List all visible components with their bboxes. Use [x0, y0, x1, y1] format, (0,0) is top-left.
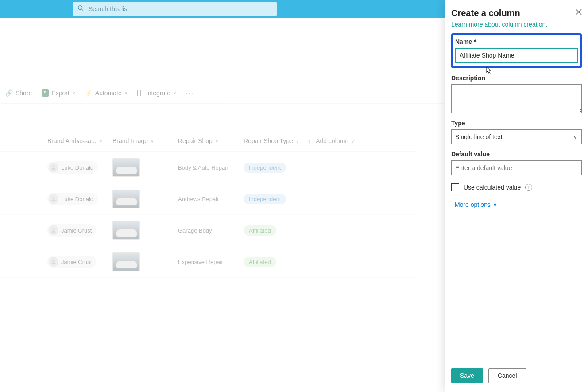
type-selected-value: Single line of text: [455, 133, 503, 140]
svg-line-1: [81, 9, 83, 10]
chevron-down-icon: ∨: [493, 202, 497, 208]
description-textarea[interactable]: [451, 84, 582, 113]
avatar-icon: [49, 257, 58, 267]
default-value-input[interactable]: [451, 160, 582, 175]
table-row[interactable]: Luke DonaldBody & Auto RepairIndependent: [0, 152, 416, 183]
column-repair-shop[interactable]: Repair Shop ∨: [178, 137, 244, 144]
integrate-icon: [137, 90, 143, 96]
save-button[interactable]: Save: [451, 368, 483, 383]
close-button[interactable]: [576, 8, 582, 17]
chevron-down-icon: ∨: [124, 90, 128, 95]
integrate-button[interactable]: Integrate ∨: [137, 89, 176, 97]
type-label: Type: [451, 120, 582, 127]
share-label: Share: [15, 89, 32, 97]
chevron-down-icon: ∨: [573, 134, 577, 140]
person-name: Luke Donald: [61, 164, 93, 171]
column-name-input[interactable]: [455, 48, 578, 63]
chevron-down-icon: ∨: [296, 139, 299, 144]
chevron-down-icon: ∨: [99, 139, 102, 144]
chevron-down-icon: ∨: [72, 90, 75, 95]
brand-image-thumbnail[interactable]: [112, 221, 140, 240]
automate-label: Automate: [95, 89, 122, 97]
export-button[interactable]: Export ∨: [42, 89, 75, 97]
person-chip[interactable]: Jamie Crust: [47, 224, 96, 237]
chevron-down-icon: ∨: [173, 90, 176, 95]
type-badge: Affiliated: [244, 225, 276, 236]
automate-icon: ⚡: [85, 89, 93, 97]
repair-shop-cell: Expensive Repair: [178, 259, 244, 265]
search-input[interactable]: [89, 5, 272, 12]
list-table: Brand Ambassa... ∨ Brand Image ∨ Repair …: [0, 137, 416, 278]
brand-image-thumbnail[interactable]: [112, 158, 140, 177]
chevron-down-icon: ∨: [215, 139, 218, 144]
type-badge: Independent: [244, 194, 286, 204]
svg-point-2: [53, 165, 55, 167]
integrate-label: Integrate: [146, 89, 170, 97]
column-label: Repair Shop: [178, 137, 213, 144]
search-icon: [77, 5, 84, 13]
search-box[interactable]: [73, 2, 277, 16]
brand-image-thumbnail[interactable]: [112, 190, 140, 208]
add-column-button[interactable]: + Add column ∨: [308, 137, 374, 144]
avatar-icon: [49, 163, 58, 172]
column-brand-ambassador[interactable]: Brand Ambassa... ∨: [47, 137, 112, 144]
close-icon: [576, 9, 582, 15]
chevron-down-icon: ∨: [151, 139, 154, 144]
share-icon: 🔗: [5, 89, 13, 97]
column-repair-shop-type[interactable]: Repair Shop Type ∨: [244, 137, 308, 144]
ellipsis-icon: ···: [186, 89, 194, 97]
share-button[interactable]: 🔗 Share: [5, 89, 32, 97]
info-icon[interactable]: i: [525, 184, 532, 191]
use-calculated-checkbox[interactable]: [451, 183, 459, 191]
repair-shop-cell: Body & Auto Repair: [178, 164, 244, 171]
column-brand-image[interactable]: Brand Image ∨: [112, 137, 178, 144]
person-name: Jamie Crust: [61, 227, 92, 234]
automate-button[interactable]: ⚡ Automate ∨: [85, 89, 128, 97]
learn-more-link[interactable]: Learn more about column creation.: [451, 21, 582, 28]
table-row[interactable]: Jamie CrustExpensive RepairAffiliated: [0, 246, 416, 278]
type-badge: Independent: [244, 163, 286, 173]
svg-point-0: [78, 6, 82, 10]
chevron-down-icon: ∨: [351, 139, 354, 144]
type-select[interactable]: Single line of text ∨: [451, 129, 582, 144]
name-label: Name *: [455, 38, 578, 45]
use-calculated-label: Use calculated value: [464, 184, 521, 191]
column-label: Repair Shop Type: [244, 137, 293, 144]
column-label: Brand Image: [112, 137, 148, 144]
panel-title: Create a column: [451, 8, 520, 18]
table-row[interactable]: Jamie CrustGarage BodyAffiliated: [0, 215, 416, 246]
more-options-label: More options: [455, 201, 491, 208]
person-chip[interactable]: Jamie Crust: [47, 256, 96, 268]
cancel-button[interactable]: Cancel: [488, 368, 526, 383]
add-column-label: Add column: [316, 137, 348, 144]
use-calculated-row: Use calculated value i: [451, 183, 582, 191]
table-header-row: Brand Ambassa... ∨ Brand Image ∨ Repair …: [0, 137, 416, 152]
repair-shop-cell: Garage Body: [178, 227, 244, 234]
default-value-label: Default value: [451, 151, 582, 158]
excel-icon: [42, 89, 49, 97]
person-chip[interactable]: Luke Donald: [47, 193, 98, 205]
avatar-icon: [49, 225, 58, 235]
export-label: Export: [51, 89, 69, 97]
repair-shop-cell: Andrews Repair: [178, 196, 244, 202]
svg-point-4: [53, 228, 55, 230]
column-label: Brand Ambassa...: [47, 137, 97, 144]
svg-point-3: [53, 197, 55, 199]
person-name: Luke Donald: [61, 196, 93, 202]
person-chip[interactable]: Luke Donald: [47, 161, 98, 174]
name-field-highlight: Name *: [451, 33, 582, 68]
person-name: Jamie Crust: [61, 259, 92, 265]
plus-icon: +: [308, 137, 311, 144]
avatar-icon: [49, 194, 58, 204]
create-column-panel: Create a column Learn more about column …: [445, 0, 588, 392]
description-label: Description: [451, 74, 582, 82]
more-actions-button[interactable]: ···: [186, 89, 194, 97]
type-badge: Affiliated: [244, 257, 276, 267]
more-options-toggle[interactable]: More options ∨: [455, 201, 582, 208]
svg-point-5: [53, 260, 55, 262]
brand-image-thumbnail[interactable]: [112, 252, 140, 271]
panel-footer: Save Cancel: [451, 362, 582, 392]
table-row[interactable]: Luke DonaldAndrews RepairIndependent: [0, 183, 416, 215]
